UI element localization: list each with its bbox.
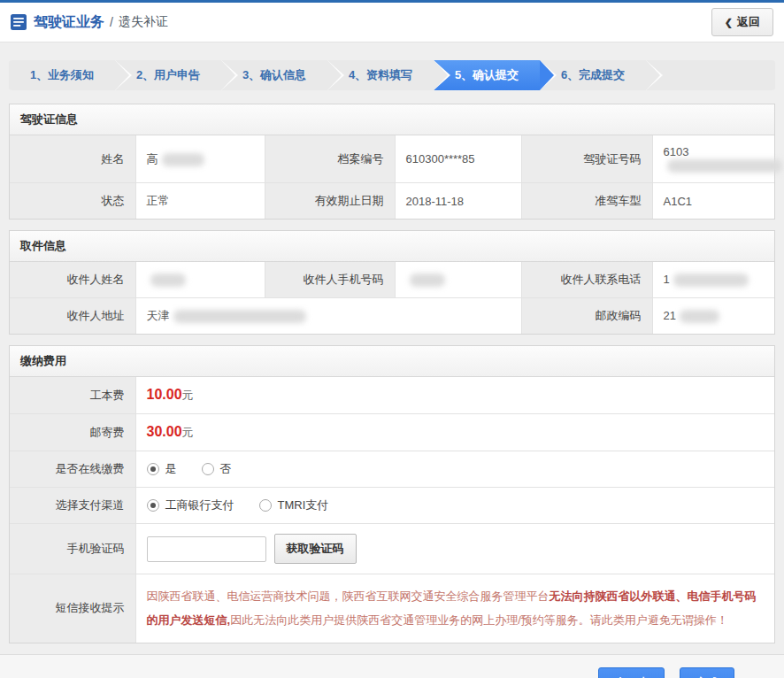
field-value-mailing-fee: 30.00元	[135, 414, 774, 451]
section-pickup-title: 取件信息	[10, 231, 774, 262]
production-fee-unit: 元	[182, 389, 194, 402]
field-value-status: 正常	[135, 183, 265, 220]
footer-action-bar: 上一步 完成	[0, 654, 784, 678]
sms-notice-text: 因陕西省联通、电信运营商技术问题，陕西省互联网交通安全综合服务管理平台无法向持陕…	[147, 584, 765, 633]
table-row: 收件人姓名 收件人手机号码 收件人联系电话 1	[10, 262, 774, 298]
radio-option-label: 工商银行支付	[165, 497, 234, 513]
mailing-fee-amount: 30.00	[147, 424, 182, 439]
section-fees: 缴纳费用 工本费 10.00元 邮寄费 30.00元 是否在线缴费 是	[9, 345, 775, 643]
table-row: 姓名 高 档案编号 610300****85 驾驶证号码 6103	[10, 135, 774, 183]
back-chevron-icon: ❮	[725, 17, 733, 28]
radio-option-label: 否	[220, 461, 232, 477]
steps-bar-filler	[646, 60, 775, 90]
finish-button[interactable]: 完成	[680, 667, 734, 678]
field-label-expiry-date: 有效期止日期	[265, 183, 395, 220]
field-value-vehicle-class: A1C1	[652, 183, 774, 220]
field-value-recipient-phone: 1	[652, 262, 774, 298]
field-value-online-payment: 是 否	[135, 451, 774, 488]
back-button[interactable]: ❮ 返回	[711, 8, 773, 36]
license-list-icon	[11, 14, 27, 30]
online-payment-radio-group: 是 否	[147, 461, 765, 477]
redacted-value	[673, 274, 749, 287]
field-value-payment-channel: 工商银行支付 TMRI支付	[135, 488, 774, 524]
section-license-info: 驾驶证信息 姓名 高 档案编号 610300****85 驾驶证号码 6103 …	[9, 104, 775, 220]
field-label-recipient-address: 收件人地址	[10, 298, 135, 335]
previous-step-button[interactable]: 上一步	[598, 667, 665, 678]
field-value-sms-notice: 因陕西省联通、电信运营商技术问题，陕西省互联网交通安全综合服务管理平台无法向持陕…	[135, 574, 774, 643]
radio-option-yes[interactable]: 是	[147, 461, 177, 477]
radio-option-label: 是	[165, 461, 177, 477]
field-value-postal-code: 21	[652, 298, 774, 335]
pickup-info-table: 收件人姓名 收件人手机号码 收件人联系电话 1 收件人地址 天津 邮政编码 21	[10, 262, 774, 334]
section-pickup-info: 取件信息 收件人姓名 收件人手机号码 收件人联系电话 1 收件人地址 天津 邮政…	[9, 230, 775, 335]
field-value-sms-code: 获取验证码	[135, 524, 774, 574]
radio-selected-icon[interactable]	[147, 499, 159, 512]
field-value-license-number: 6103	[652, 135, 774, 183]
production-fee-amount: 10.00	[147, 387, 182, 402]
mailing-fee-unit: 元	[182, 426, 194, 439]
redacted-value	[162, 153, 204, 166]
field-label-sms-code: 手机验证码	[10, 524, 135, 574]
fees-table: 工本费 10.00元 邮寄费 30.00元 是否在线缴费 是	[10, 377, 774, 643]
table-row: 邮寄费 30.00元	[10, 414, 774, 451]
get-sms-code-button[interactable]: 获取验证码	[274, 534, 357, 564]
field-value-file-number: 610300****85	[395, 135, 521, 183]
radio-unselected-icon[interactable]	[259, 499, 272, 512]
section-fees-title: 缴纳费用	[10, 346, 774, 377]
table-row: 选择支付渠道 工商银行支付 TMRI支付	[10, 488, 774, 524]
redacted-value	[150, 274, 186, 287]
redacted-value	[410, 274, 445, 287]
wizard-steps: 1、业务须知 2、用户申告 3、确认信息 4、资料填写 5、确认提交 6、完成提…	[0, 42, 784, 104]
radio-unselected-icon[interactable]	[202, 463, 214, 475]
field-label-sms-notice: 短信接收提示	[10, 574, 135, 643]
radio-option-icbc-pay[interactable]: 工商银行支付	[147, 497, 234, 513]
field-label-mailing-fee: 邮寄费	[10, 414, 135, 451]
table-row: 是否在线缴费 是 否	[10, 451, 774, 488]
redacted-value	[173, 310, 306, 323]
field-value-recipient-address: 天津	[135, 298, 521, 335]
redacted-value	[667, 159, 782, 173]
field-value-expiry-date: 2018-11-18	[395, 183, 521, 220]
field-label-recipient-phone: 收件人联系电话	[521, 262, 652, 298]
page-title: 驾驶证业务	[34, 13, 104, 32]
payment-channel-radio-group: 工商银行支付 TMRI支付	[147, 497, 765, 513]
field-value-production-fee: 10.00元	[135, 377, 774, 414]
field-label-recipient-name: 收件人姓名	[10, 262, 135, 298]
field-label-vehicle-class: 准驾车型	[521, 183, 652, 220]
radio-option-no[interactable]: 否	[202, 461, 232, 477]
field-label-status: 状态	[10, 183, 135, 220]
table-row: 手机验证码 获取验证码	[10, 524, 774, 574]
field-label-recipient-mobile: 收件人手机号码	[265, 262, 395, 298]
redacted-value	[680, 310, 719, 323]
radio-option-tmri-pay[interactable]: TMRI支付	[259, 497, 329, 513]
field-label-production-fee: 工本费	[10, 377, 135, 414]
field-label-payment-channel: 选择支付渠道	[10, 488, 135, 524]
section-license-title: 驾驶证信息	[10, 104, 774, 135]
radio-selected-icon[interactable]	[147, 463, 159, 475]
table-row: 收件人地址 天津 邮政编码 21	[10, 298, 774, 335]
table-row: 工本费 10.00元	[10, 377, 774, 414]
field-value-recipient-mobile	[395, 262, 521, 298]
step-1-business-notice[interactable]: 1、业务须知	[9, 60, 115, 90]
license-info-table: 姓名 高 档案编号 610300****85 驾驶证号码 6103 状态 正常 …	[10, 135, 774, 219]
field-label-postal-code: 邮政编码	[521, 298, 652, 335]
back-button-label: 返回	[737, 14, 760, 30]
field-label-online-payment: 是否在线缴费	[10, 451, 135, 488]
field-label-name: 姓名	[10, 135, 135, 183]
steps-bar: 1、业务须知 2、用户申告 3、确认信息 4、资料填写 5、确认提交 6、完成提…	[9, 60, 775, 90]
field-value-recipient-name	[135, 262, 265, 298]
field-value-name: 高	[135, 135, 265, 183]
sms-code-input[interactable]	[147, 536, 266, 562]
table-row: 状态 正常 有效期止日期 2018-11-18 准驾车型 A1C1	[10, 183, 774, 220]
breadcrumb-current: 遗失补证	[119, 14, 168, 30]
breadcrumb-separator: /	[110, 15, 113, 29]
table-row: 短信接收提示 因陕西省联通、电信运营商技术问题，陕西省互联网交通安全综合服务管理…	[10, 574, 774, 643]
page-header: 驾驶证业务 / 遗失补证 ❮ 返回	[0, 3, 784, 42]
radio-option-label: TMRI支付	[278, 497, 329, 513]
field-label-file-number: 档案编号	[265, 135, 395, 183]
field-label-license-number: 驾驶证号码	[521, 135, 652, 183]
